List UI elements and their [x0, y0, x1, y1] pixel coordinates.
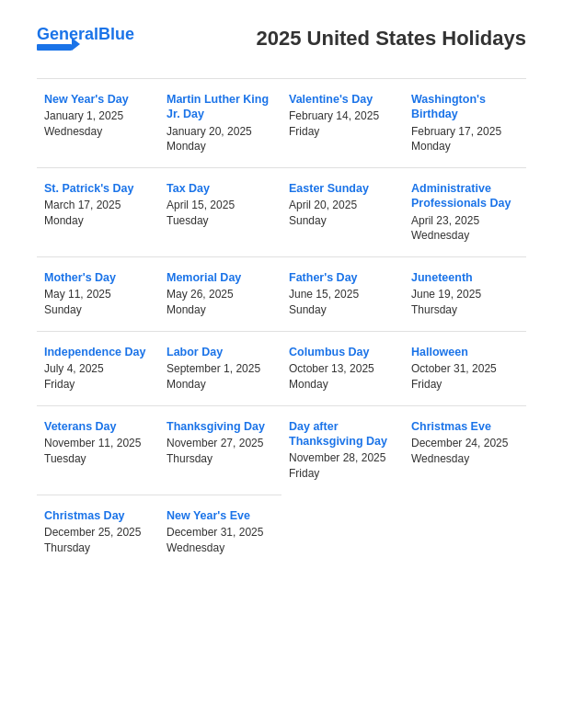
holiday-day: Monday: [289, 377, 396, 392]
holiday-name: Labor Day: [167, 345, 274, 359]
holiday-cell: Columbus DayOctober 13, 2025Monday: [282, 331, 404, 405]
holiday-date: June 15, 2025: [289, 287, 396, 302]
holiday-day: Monday: [167, 377, 274, 392]
holiday-name: Christmas Day: [44, 508, 152, 523]
holiday-day: Sunday: [289, 213, 396, 229]
holiday-date: January 20, 2025: [167, 124, 274, 140]
holiday-date: December 31, 2025: [167, 525, 274, 540]
holiday-day: Tuesday: [44, 451, 152, 467]
holiday-cell: New Year's EveDecember 31, 2025Wednesday: [159, 495, 282, 569]
logo-bar: [37, 44, 134, 51]
holiday-name: Juneteenth: [411, 270, 519, 285]
holiday-date: November 28, 2025: [289, 450, 396, 466]
logo-blue-bar: [37, 44, 72, 51]
page-header: GeneralBlue 2025 United States Holidays: [0, 0, 563, 69]
holiday-cell: Valentine's DayFebruary 14, 2025Friday: [282, 78, 404, 167]
holiday-name: Martin Luther King Jr. Day: [167, 92, 274, 122]
logo-text: GeneralBlue: [37, 26, 134, 42]
holiday-date: December 25, 2025: [44, 525, 152, 540]
holiday-name: Christmas Eve: [411, 419, 519, 434]
holiday-name: Halloween: [411, 345, 519, 359]
logo: GeneralBlue: [37, 26, 134, 51]
holidays-grid: New Year's DayJanuary 1, 2025WednesdayMa…: [37, 78, 526, 569]
holiday-date: February 17, 2025: [411, 124, 519, 140]
holiday-day: Thursday: [44, 540, 152, 556]
holiday-day: Monday: [167, 302, 274, 318]
holiday-name: Day after Thanksgiving Day: [289, 419, 396, 449]
holiday-name: Valentine's Day: [289, 92, 396, 107]
holiday-day: Sunday: [44, 302, 152, 318]
holiday-day: Wednesday: [411, 451, 519, 467]
logo-text-blue: Blue: [98, 25, 134, 43]
holiday-cell: Christmas EveDecember 24, 2025Wednesday: [404, 405, 526, 495]
holiday-name: Washington's Birthday: [411, 92, 519, 122]
holiday-date: January 1, 2025: [44, 108, 152, 124]
holiday-date: April 20, 2025: [289, 198, 396, 213]
holiday-cell: Administrative Professionals DayApril 23…: [404, 167, 526, 256]
holiday-cell: New Year's DayJanuary 1, 2025Wednesday: [37, 78, 159, 167]
holiday-date: November 27, 2025: [167, 436, 274, 451]
holiday-name: Administrative Professionals Day: [411, 181, 519, 211]
holiday-name: Independence Day: [44, 345, 152, 359]
holiday-name: Columbus Day: [289, 345, 396, 359]
holiday-cell: St. Patrick's DayMarch 17, 2025Monday: [37, 167, 159, 256]
holiday-name: Mother's Day: [44, 270, 152, 285]
holiday-cell: Christmas DayDecember 25, 2025Thursday: [37, 495, 159, 569]
holiday-date: May 26, 2025: [167, 287, 274, 302]
holiday-name: Easter Sunday: [289, 181, 396, 196]
holiday-date: December 24, 2025: [411, 436, 519, 451]
logo-triangle-icon: [72, 38, 80, 51]
holiday-date: October 31, 2025: [411, 361, 519, 377]
holiday-cell: Easter SundayApril 20, 2025Sunday: [282, 167, 404, 256]
holiday-day: Thursday: [167, 451, 274, 467]
holiday-name: St. Patrick's Day: [44, 181, 152, 196]
holiday-date: September 1, 2025: [167, 361, 274, 377]
holiday-name: New Year's Eve: [167, 508, 274, 523]
holiday-cell: Martin Luther King Jr. DayJanuary 20, 20…: [159, 78, 282, 167]
holiday-cell: Independence DayJuly 4, 2025Friday: [37, 331, 159, 405]
holiday-day: Sunday: [289, 302, 396, 318]
holiday-cell: Labor DaySeptember 1, 2025Monday: [159, 331, 282, 405]
holiday-name: Veterans Day: [44, 419, 152, 434]
holiday-day: Friday: [44, 377, 152, 392]
holiday-date: May 11, 2025: [44, 287, 152, 302]
holiday-date: October 13, 2025: [289, 361, 396, 377]
holiday-day: Monday: [411, 139, 519, 154]
holiday-name: Tax Day: [167, 181, 274, 196]
holiday-date: March 17, 2025: [44, 198, 152, 213]
holiday-date: April 23, 2025: [411, 213, 519, 229]
holiday-day: Friday: [289, 466, 396, 482]
holiday-cell: Thanksgiving DayNovember 27, 2025Thursda…: [159, 405, 282, 495]
holiday-cell: Memorial DayMay 26, 2025Monday: [159, 256, 282, 331]
holiday-cell: HalloweenOctober 31, 2025Friday: [404, 331, 526, 405]
holiday-date: July 4, 2025: [44, 361, 152, 377]
holiday-cell: Father's DayJune 15, 2025Sunday: [282, 256, 404, 331]
holiday-name: Father's Day: [289, 270, 396, 285]
holiday-date: November 11, 2025: [44, 436, 152, 451]
holiday-day: Thursday: [411, 302, 519, 318]
holiday-cell: Mother's DayMay 11, 2025Sunday: [37, 256, 159, 331]
holiday-date: February 14, 2025: [289, 108, 396, 124]
holiday-day: Wednesday: [44, 124, 152, 140]
holiday-name: Thanksgiving Day: [167, 419, 274, 434]
holiday-day: Friday: [411, 377, 519, 392]
holiday-day: Tuesday: [167, 213, 274, 229]
holiday-day: Friday: [289, 124, 396, 140]
holiday-day: Monday: [44, 213, 152, 229]
content-area: New Year's DayJanuary 1, 2025WednesdayMa…: [0, 69, 563, 597]
holiday-date: April 15, 2025: [167, 198, 274, 213]
holiday-day: Wednesday: [167, 540, 274, 556]
holiday-cell: Day after Thanksgiving DayNovember 28, 2…: [282, 405, 404, 495]
holiday-cell: Tax DayApril 15, 2025Tuesday: [159, 167, 282, 256]
holiday-day: Wednesday: [411, 228, 519, 244]
holiday-name: New Year's Day: [44, 92, 152, 107]
holiday-cell: Veterans DayNovember 11, 2025Tuesday: [37, 405, 159, 495]
holiday-date: June 19, 2025: [411, 287, 519, 302]
holiday-name: Memorial Day: [167, 270, 274, 285]
page-title: 2025 United States Holidays: [257, 27, 526, 51]
holiday-cell: Washington's BirthdayFebruary 17, 2025Mo…: [404, 78, 526, 167]
holiday-cell: JuneteenthJune 19, 2025Thursday: [404, 256, 526, 331]
logo-text-normal: General: [37, 25, 98, 43]
holiday-day: Monday: [167, 139, 274, 154]
